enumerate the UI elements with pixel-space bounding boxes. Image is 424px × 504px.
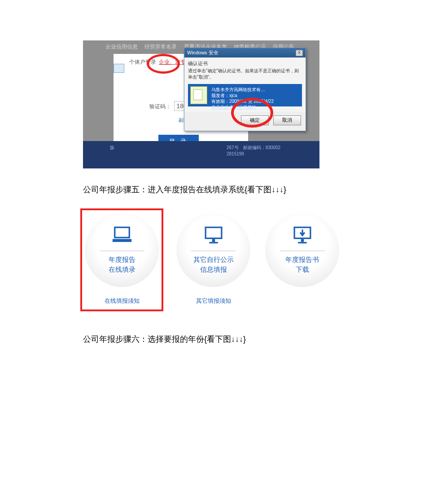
dialog-body: 确认证书 通过单击"确定"确认此证书。如果这不是正确的证书，则单击"取消"。 乌… [184, 57, 306, 112]
step5-heading: 公司年报步骤五：进入年度报告在线填录系统{看下图↓↓↓} [83, 184, 341, 195]
card-title-line2: 下载 [296, 265, 309, 273]
footer-address: 267号 邮政编码：830002 [227, 145, 280, 151]
cert-issuer: 颁发者：xjca [211, 93, 298, 98]
dialog-buttons: 确定 取消 [184, 112, 306, 131]
svg-rect-4 [209, 242, 218, 243]
card-title-line1: 年度报告书 [285, 256, 319, 263]
dialog-title: Windows 安全 [187, 49, 219, 56]
certificate-icon [190, 86, 207, 104]
search-field-fragment [114, 64, 124, 73]
nav-item: 经营异常名录 [144, 44, 177, 50]
svg-rect-2 [205, 227, 222, 238]
card-separator [191, 251, 236, 251]
card-annual-report-highlight: 年度报告 在线填录 在线填报须知 [80, 208, 163, 311]
cert-properties-link[interactable]: 单击此处查看证书属性 [211, 104, 298, 110]
card-title-line2: 信息填报 [200, 265, 227, 273]
screenshot-login-dialog: 企业信用信息 经营异常名录 严重违法企业名单 抽查检查公示 信用公告 个体户登录… [83, 40, 319, 168]
card-footnote-link[interactable]: 在线填报须知 [83, 297, 161, 305]
svg-rect-3 [212, 239, 215, 242]
card-separator [100, 251, 144, 251]
card-other-publicity[interactable]: 其它自行公示 信息填报 [176, 213, 250, 287]
laptop-icon [110, 225, 134, 246]
ok-button[interactable]: 确定 [241, 115, 269, 125]
tab-individual: 个体户登录 [129, 59, 156, 65]
dialog-heading: 确认证书 [188, 60, 302, 67]
svg-rect-1 [112, 239, 131, 242]
card-title-line1: 年度报告 [109, 256, 136, 263]
card-download-report[interactable]: 年度报告书 下载 [265, 213, 339, 287]
certificate-text: 乌鲁木齐方讯网络技术有… 颁发者：xjca 有效期：2009/4/2 至 201… [209, 85, 301, 106]
step6-heading: 公司年报步骤六：选择要报的年份{看下图↓↓↓} [83, 334, 341, 345]
nav-item: 企业信用信息 [105, 44, 138, 50]
cert-name: 乌鲁木齐方讯网络技术有… [211, 87, 298, 93]
card-footnote-link[interactable]: 其它填报须知 [175, 297, 252, 305]
security-dialog: Windows 安全 X 确认证书 通过单击"确定"确认此证书。如果这不是正确的… [184, 48, 306, 131]
card-annual-report[interactable]: 年度报告 在线填录 [85, 213, 159, 287]
footer-phone: 2815199 [227, 151, 280, 157]
page-footer: 版 267号 邮政编码：830002 2815199 [83, 141, 319, 168]
option-cards-row: 年度报告 在线填录 在线填报须知 其它自行公示 信息填报 其它填报须知 [83, 213, 341, 311]
card-download-wrap: 年度报告书 下载 [263, 213, 341, 297]
dialog-titlebar: Windows 安全 X [184, 48, 306, 57]
card-other-publicity-wrap: 其它自行公示 信息填报 其它填报须知 [175, 213, 252, 305]
svg-rect-7 [298, 242, 307, 243]
cancel-button[interactable]: 取消 [273, 115, 301, 125]
dialog-description: 通过单击"确定"确认此证书。如果这不是正确的证书，则单击"取消"。 [188, 68, 302, 80]
captcha-label: 验证码： [149, 103, 171, 110]
card-title: 年度报告书 下载 [285, 255, 319, 274]
card-title-line1: 其它自行公示 [193, 256, 234, 263]
cert-validity: 有效期：2009/4/2 至 2015/4/22 [211, 98, 298, 104]
dialog-close-button[interactable]: X [296, 50, 303, 56]
monitor-download-icon [291, 225, 314, 246]
certificate-card[interactable]: 乌鲁木齐方讯网络技术有… 颁发者：xjca 有效期：2009/4/2 至 201… [188, 84, 302, 106]
svg-rect-6 [301, 239, 304, 242]
monitor-icon [202, 225, 225, 246]
svg-rect-0 [114, 227, 129, 238]
card-separator [280, 251, 325, 251]
card-title-line2: 在线填录 [109, 265, 136, 273]
footer-left: 版 [110, 145, 114, 150]
card-title: 年度报告 在线填录 [109, 255, 136, 274]
card-title: 其它自行公示 信息填报 [193, 255, 234, 274]
